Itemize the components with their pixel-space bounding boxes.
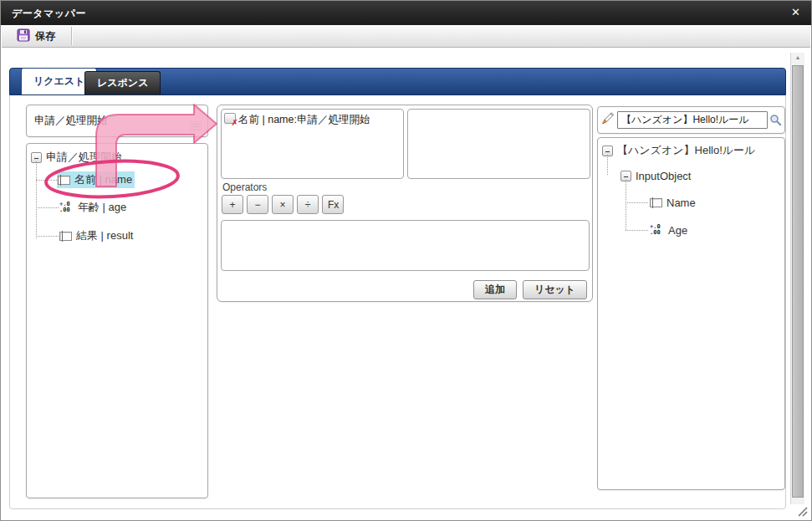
tree-node-result-label: 結果 | result (76, 228, 133, 243)
tree-node-root-label: 申請／処理開始 (46, 150, 122, 165)
scrollbar-thumb[interactable] (792, 65, 804, 498)
tree-connector (626, 202, 648, 203)
titlebar: データマッパー ✕ (1, 1, 811, 25)
divide-operator-button[interactable]: ÷ (297, 195, 319, 214)
expression-box[interactable] (221, 220, 590, 271)
request-tree-panel: 申請／処理開始 名前 | name +.0.00 年齢 | age 結果 | r… (26, 143, 208, 498)
number-type-icon: +.0.00 (650, 224, 664, 236)
tabbar: リクエスト レスポンス (9, 68, 786, 95)
save-button-label: 保存 (35, 29, 55, 43)
rule-tree-name[interactable]: Name (650, 195, 696, 210)
close-icon[interactable]: ✕ (791, 6, 800, 19)
rule-search-box (597, 106, 785, 134)
reset-button[interactable]: リセット (523, 280, 587, 299)
floppy-disk-icon (17, 28, 30, 44)
window-title: データマッパー (12, 7, 86, 21)
operators-label: Operators (222, 181, 267, 193)
tree-node-name-label: 名前 | name (74, 172, 132, 187)
function-operator-button[interactable]: Fx (322, 195, 344, 214)
data-mapper-window: データマッパー ✕ 保存 リクエスト レスポンス (0, 0, 812, 521)
vertical-scrollbar[interactable]: ▲ (790, 53, 804, 504)
search-icon[interactable] (769, 114, 782, 126)
rule-tree-inputobject-label: InputObject (636, 170, 692, 182)
operator-buttons: + − × ÷ Fx (222, 195, 344, 214)
rule-tree-age[interactable]: +.0.00 Age (650, 222, 687, 238)
mapping-target-box[interactable] (407, 109, 590, 179)
tree-node-result[interactable]: 結果 | result (59, 228, 133, 243)
pencil-icon (600, 111, 615, 129)
tree-node-root[interactable]: 申請／処理開始 (31, 150, 122, 165)
resize-grip-icon[interactable] (796, 505, 808, 517)
mapping-item[interactable]: ✗ 名前 | name:申請／処理開始 (222, 110, 403, 130)
rule-tree-inputobject[interactable]: InputObject (620, 168, 692, 183)
add-button[interactable]: 追加 (473, 280, 517, 299)
tree-node-name[interactable]: 名前 | name (57, 172, 135, 187)
rule-tree-root-label: 【ハンズオン】Hello!ルール (617, 143, 755, 158)
tree-connector (36, 207, 59, 208)
multiply-operator-button[interactable]: × (272, 195, 294, 214)
save-button[interactable]: 保存 (10, 27, 62, 45)
selected-node-highlight: 名前 | name (57, 171, 135, 188)
mapping-panel: ✗ 名前 | name:申請／処理開始 Operators + − × ÷ Fx… (217, 105, 593, 302)
tree-node-age-label: 年齢 | age (78, 200, 126, 215)
string-type-icon (58, 176, 70, 185)
node-list-icon[interactable] (190, 121, 202, 133)
plus-operator-button[interactable]: + (222, 195, 243, 214)
tree-connector (36, 236, 59, 237)
tree-connector (36, 180, 57, 181)
mapping-source-box[interactable]: ✗ 名前 | name:申請／処理開始 (221, 109, 404, 179)
toolbar-separator (71, 27, 73, 45)
rule-search-input[interactable] (617, 111, 768, 129)
rule-tree-panel: 【ハンズオン】Hello!ルール InputObject Name +.0.00… (597, 137, 785, 490)
string-type-icon (650, 198, 662, 207)
rule-tree-name-label: Name (666, 197, 696, 209)
minus-operator-button[interactable]: − (247, 195, 268, 214)
remove-mapping-icon[interactable]: ✗ (224, 113, 236, 124)
number-type-icon: +.0.00 (59, 202, 74, 213)
tree-connector (607, 155, 608, 175)
scroll-up-icon[interactable]: ▲ (791, 54, 804, 60)
mapping-item-label: 名前 | name:申請／処理開始 (238, 113, 370, 127)
string-type-icon (59, 232, 72, 241)
rule-tree-root[interactable]: 【ハンズオン】Hello!ルール (602, 143, 755, 158)
rule-tree-age-label: Age (668, 224, 687, 237)
source-node-label: 申請／処理開始 (34, 114, 108, 128)
tree-connector (626, 180, 626, 230)
toolbar: 保存 (2, 25, 810, 48)
source-node-box[interactable]: 申請／処理開始 (26, 105, 208, 137)
tree-connector (36, 161, 37, 238)
tree-connector (626, 230, 648, 231)
tab-response[interactable]: レスポンス (84, 71, 161, 94)
tree-node-age[interactable]: +.0.00 年齢 | age (59, 200, 126, 215)
mapping-actions: 追加 リセット (473, 280, 587, 299)
